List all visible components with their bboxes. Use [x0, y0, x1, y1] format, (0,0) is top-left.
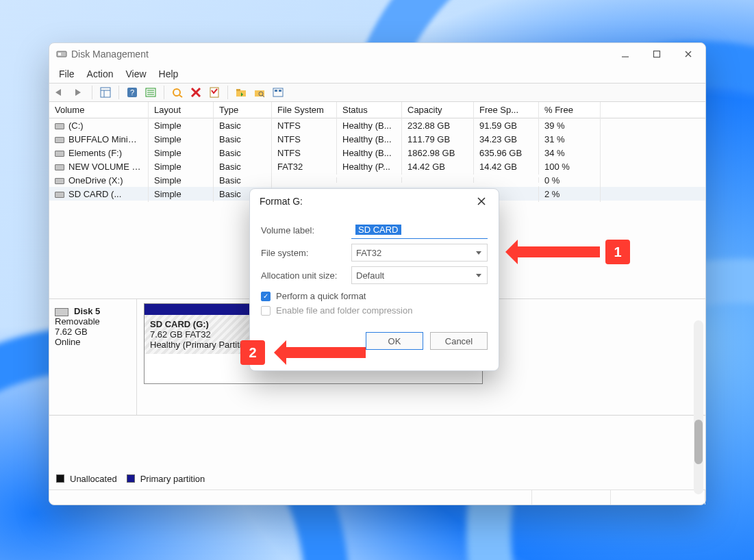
- legend-primary-swatch: [127, 474, 135, 483]
- col-free[interactable]: Free Sp...: [474, 102, 539, 118]
- properties-icon[interactable]: [208, 86, 221, 99]
- col-fs[interactable]: File System: [272, 102, 337, 118]
- close-button[interactable]: [673, 44, 704, 64]
- svg-marker-7: [75, 89, 81, 96]
- svg-rect-30: [279, 90, 281, 92]
- table-row[interactable]: NEW VOLUME (E:)SimpleBasicFAT32Healthy (…: [49, 160, 705, 173]
- dialog-title: Format G:: [260, 196, 303, 207]
- disk-icon: [55, 308, 68, 316]
- menu-help[interactable]: Help: [159, 68, 179, 79]
- annotation-badge-2: 2: [240, 340, 265, 365]
- table-row[interactable]: BUFFALO MiniStat...SimpleBasicNTFSHealth…: [49, 132, 705, 146]
- volume-label-input[interactable]: SD CARD: [351, 221, 488, 239]
- volume-label-value: SD CARD: [355, 225, 401, 235]
- folder-find-icon[interactable]: [253, 86, 266, 99]
- drive-icon: [55, 164, 64, 170]
- allocation-label: Allocation unit size:: [261, 270, 351, 281]
- chevron-down-icon: [476, 251, 481, 255]
- status-bar: [49, 489, 705, 505]
- svg-line-18: [179, 95, 182, 97]
- action-list-icon[interactable]: [144, 86, 158, 99]
- volume-list-header: Volume Layout Type File System Status Ca…: [49, 102, 705, 118]
- vertical-scrollbar[interactable]: [694, 320, 703, 494]
- annotation-arrow-2: [286, 347, 366, 358]
- file-system-value: FAT32: [356, 248, 381, 258]
- back-button[interactable]: [53, 86, 67, 99]
- disk-kind: Removable: [55, 316, 131, 327]
- col-capacity[interactable]: Capacity: [402, 102, 474, 118]
- view-options-icon[interactable]: [271, 86, 285, 99]
- allocation-select[interactable]: Default: [351, 266, 488, 284]
- toolbar: ?: [49, 83, 705, 102]
- file-system-select[interactable]: FAT32: [351, 244, 488, 262]
- menu-view[interactable]: View: [125, 68, 146, 79]
- annotation-arrow-1: [518, 246, 600, 257]
- col-status[interactable]: Status: [337, 102, 402, 118]
- partition-name: SD CARD (G:): [150, 319, 209, 329]
- drive-icon: [55, 137, 64, 143]
- delete-icon[interactable]: [189, 86, 203, 99]
- drive-icon: [55, 151, 64, 157]
- legend-unallocated-swatch: [56, 474, 64, 483]
- legend-primary: Primary partition: [140, 474, 205, 484]
- maximize-button[interactable]: [641, 44, 673, 64]
- menubar: File Action View Help: [49, 65, 705, 83]
- minimize-button[interactable]: [610, 44, 641, 64]
- menu-file[interactable]: File: [59, 68, 75, 79]
- svg-text:?: ?: [130, 88, 134, 97]
- table-row[interactable]: (C:)SimpleBasicNTFSHealthy (B...232.88 G…: [49, 118, 705, 132]
- disk-size: 7.62 GB: [55, 327, 131, 337]
- col-layout[interactable]: Layout: [149, 102, 214, 118]
- ok-button[interactable]: OK: [366, 332, 423, 350]
- volume-label-label: Volume label:: [261, 225, 351, 236]
- drive-icon: [55, 123, 64, 129]
- chevron-down-icon: [476, 274, 481, 277]
- quick-format-label: Perform a quick format: [276, 291, 366, 301]
- file-system-label: File system:: [261, 248, 351, 258]
- col-volume[interactable]: Volume: [49, 102, 149, 118]
- window-title: Disk Management: [71, 49, 149, 60]
- legend: Unallocated Primary partition: [49, 468, 705, 489]
- table-row[interactable]: Elements (F:)SimpleBasicNTFSHealthy (B..…: [49, 146, 705, 160]
- cancel-button[interactable]: Cancel: [430, 332, 488, 350]
- allocation-value: Default: [356, 270, 384, 281]
- legend-unallocated: Unallocated: [70, 474, 117, 484]
- svg-rect-28: [273, 88, 283, 97]
- forward-button[interactable]: [72, 86, 86, 99]
- col-pctfree[interactable]: % Free: [539, 102, 601, 118]
- show-hide-console-icon[interactable]: [99, 86, 112, 99]
- svg-point-17: [173, 89, 180, 96]
- help-icon[interactable]: ?: [125, 86, 139, 99]
- scrollbar-thumb[interactable]: [694, 420, 703, 464]
- compress-checkbox: [261, 306, 271, 316]
- disk-label: Disk 5: [74, 306, 100, 316]
- app-icon: [56, 49, 67, 60]
- compress-label: Enable file and folder compression: [276, 305, 412, 316]
- folder-up-icon[interactable]: [234, 86, 248, 99]
- svg-rect-23: [236, 89, 240, 91]
- format-dialog: Format G: Volume label: SD CARD File sys…: [249, 188, 499, 371]
- svg-rect-8: [101, 88, 110, 97]
- svg-rect-29: [275, 90, 277, 92]
- col-type[interactable]: Type: [214, 102, 272, 118]
- drive-icon: [55, 192, 64, 198]
- dialog-close-button[interactable]: [468, 191, 494, 212]
- quick-format-checkbox[interactable]: ✓: [261, 292, 271, 301]
- menu-action[interactable]: Action: [87, 68, 114, 79]
- svg-rect-1: [58, 53, 61, 55]
- drive-icon: [55, 178, 64, 184]
- svg-marker-6: [55, 89, 61, 96]
- svg-rect-3: [654, 51, 660, 58]
- disk-state: Online: [55, 337, 131, 347]
- table-row[interactable]: OneDrive (X:)SimpleBasic0 %: [49, 173, 705, 187]
- annotation-badge-1: 1: [605, 240, 630, 264]
- disk-info[interactable]: Disk 5 Removable 7.62 GB Online: [49, 299, 137, 415]
- refresh-icon[interactable]: [171, 86, 184, 99]
